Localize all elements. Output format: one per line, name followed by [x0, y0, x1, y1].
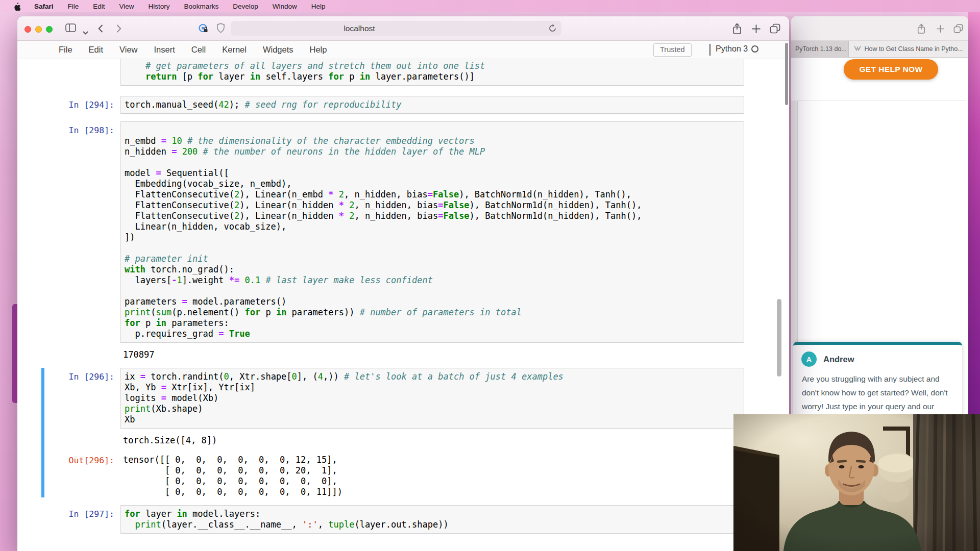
- safari-window-main: localhost FileEditViewInsertCellKernelWi…: [17, 16, 789, 551]
- menubar-item[interactable]: Edit: [86, 3, 112, 10]
- kernel-name: Python 3: [716, 44, 748, 54]
- menubar-item[interactable]: View: [112, 3, 141, 10]
- window-scrollbar-thumb[interactable]: [785, 43, 788, 105]
- jupyter-menu-item[interactable]: View: [111, 45, 145, 55]
- new-tab-icon[interactable]: [751, 24, 761, 36]
- forward-icon[interactable]: [116, 24, 121, 35]
- tab-get-class-name[interactable]: How to Get Class Name in Pytho...: [849, 41, 968, 57]
- shield-icon[interactable]: [216, 23, 225, 35]
- jupyter-menu-item[interactable]: File: [51, 45, 81, 55]
- avatar: A: [801, 352, 817, 367]
- input-prompt: [44, 59, 120, 86]
- notebook-cell[interactable]: In [297]:for layer in model.layers: prin…: [41, 505, 789, 534]
- input-prompt: In [296]:: [44, 368, 120, 429]
- tab-label: How to Get Class Name in Pytho...: [864, 45, 963, 53]
- menubar-item[interactable]: Safari: [27, 3, 61, 10]
- back-icon[interactable]: [98, 24, 103, 35]
- address-bar[interactable]: localhost: [231, 21, 561, 36]
- output-prompt: Out[296]:: [44, 455, 120, 497]
- privacy-lock-icon[interactable]: [198, 23, 209, 36]
- get-help-now-button[interactable]: GET HELP NOW: [844, 59, 938, 80]
- code-input[interactable]: for layer in model.layers: print(layer._…: [120, 505, 744, 534]
- jupyter-menu-item[interactable]: Insert: [146, 45, 183, 55]
- jupyter-menu: FileEditViewInsertCellKernelWidgetsHelp: [51, 45, 335, 55]
- reload-icon[interactable]: [548, 24, 557, 35]
- notebook-scrollbar-thumb[interactable]: [777, 299, 781, 377]
- desktop-wallpaper-right: [968, 12, 980, 415]
- helper-toolbar: [791, 16, 968, 41]
- notebook-cells: # get parameters of all layers and stret…: [17, 59, 789, 534]
- sidebar-icon[interactable]: [65, 23, 76, 34]
- chevron-down-icon[interactable]: [83, 28, 88, 37]
- frame-divider: [798, 101, 966, 101]
- share-icon[interactable]: [732, 23, 742, 37]
- share-icon[interactable]: [917, 23, 926, 36]
- tab-label: PyTorch 1.13 do...: [795, 45, 847, 53]
- menubar-item[interactable]: Help: [304, 3, 333, 10]
- jupyter-menu-item[interactable]: Help: [302, 45, 335, 55]
- kernel-idle-icon: [751, 45, 758, 53]
- helper-tabbar: PyTorch 1.13 do... How to Get Class Name…: [791, 41, 968, 58]
- jupyter-menu-item[interactable]: Edit: [81, 45, 111, 55]
- notebook-cell[interactable]: In [296]:ix = torch.randint(0, Xtr.shape…: [41, 368, 789, 497]
- jupyter-menu-item[interactable]: Widgets: [255, 45, 302, 55]
- notebook-cell[interactable]: In [294]:torch.manual_seed(42); # seed r…: [41, 96, 789, 114]
- menubar-item[interactable]: File: [61, 3, 86, 10]
- menubar-item[interactable]: Bookmarks: [177, 3, 226, 10]
- page-gutter: [791, 101, 798, 343]
- code-input[interactable]: ix = torch.randint(0, Xtr.shape[0], (4,)…: [120, 368, 744, 429]
- url-text: localhost: [344, 24, 375, 33]
- menubar-items: SafariFileEditViewHistoryBookmarksDevelo…: [27, 3, 332, 10]
- webcam-overlay: [733, 414, 980, 551]
- menubar-item[interactable]: Develop: [226, 3, 265, 10]
- close-window-button[interactable]: [24, 26, 31, 33]
- jupyter-menu-item[interactable]: Cell: [183, 45, 214, 55]
- tab-pytorch-docs[interactable]: PyTorch 1.13 do...: [791, 41, 849, 57]
- jupyter-menu-item[interactable]: Kernel: [214, 45, 255, 55]
- output-prompt: [44, 349, 120, 360]
- menubar-item[interactable]: History: [141, 3, 177, 10]
- code-input[interactable]: n_embd = 10 # the dimensionality of the …: [120, 121, 744, 343]
- tabs-overview-icon[interactable]: [770, 23, 780, 36]
- apple-logo[interactable]: [13, 2, 21, 11]
- notebook-body: # get parameters of all layers and stret…: [17, 59, 789, 550]
- menubar-item[interactable]: Window: [265, 3, 304, 10]
- code-input[interactable]: # get parameters of all layers and stret…: [120, 59, 744, 86]
- input-prompt: In [297]:: [44, 505, 120, 534]
- macos-menubar: SafariFileEditViewHistoryBookmarksDevelo…: [0, 0, 980, 12]
- wyzant-logo-icon: [854, 45, 861, 53]
- output-prompt: [44, 435, 120, 446]
- input-prompt: In [294]:: [44, 96, 120, 114]
- tabs-overview-icon[interactable]: [953, 24, 963, 35]
- trusted-badge[interactable]: Trusted: [653, 43, 692, 57]
- minimize-window-button[interactable]: [35, 26, 42, 33]
- input-prompt: In [298]:: [44, 121, 120, 343]
- code-input[interactable]: torch.manual_seed(42); # seed rng for re…: [120, 96, 744, 114]
- jupyter-menubar: FileEditViewInsertCellKernelWidgetsHelp …: [17, 41, 789, 59]
- chat-agent-name: Andrew: [823, 355, 854, 364]
- kernel-divider: [709, 44, 710, 56]
- notebook-cell[interactable]: In [298]: n_embd = 10 # the dimensionali…: [41, 121, 789, 360]
- safari-toolbar: localhost: [17, 16, 789, 41]
- output-text: torch.Size([4, 8]): [120, 435, 217, 446]
- zoom-window-button[interactable]: [46, 26, 53, 33]
- notebook-cell[interactable]: # get parameters of all layers and stret…: [41, 59, 789, 86]
- output-text: tensor([[ 0, 0, 0, 0, 0, 0, 12, 15], [ 0…: [120, 455, 342, 497]
- output-text: 170897: [120, 349, 154, 360]
- webcam-video: [733, 414, 980, 551]
- new-tab-icon[interactable]: [936, 24, 945, 35]
